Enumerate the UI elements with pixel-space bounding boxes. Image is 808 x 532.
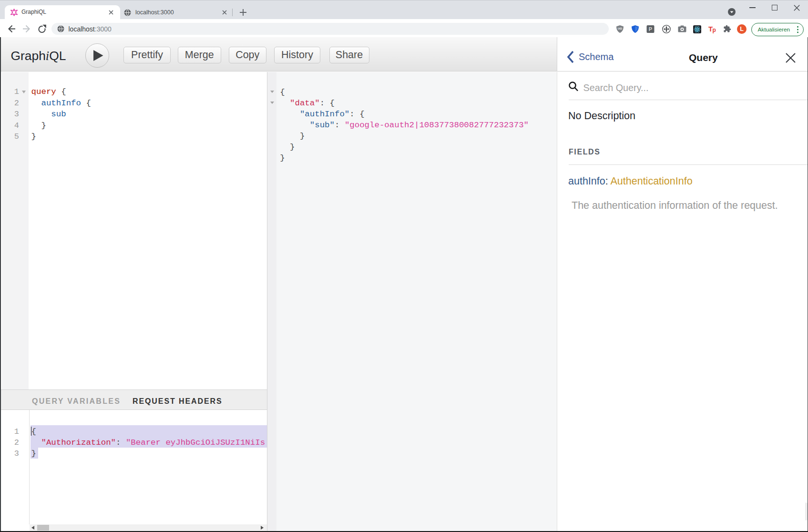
svg-text:P: P [649, 26, 652, 32]
svg-text:UO: UO [618, 27, 622, 30]
